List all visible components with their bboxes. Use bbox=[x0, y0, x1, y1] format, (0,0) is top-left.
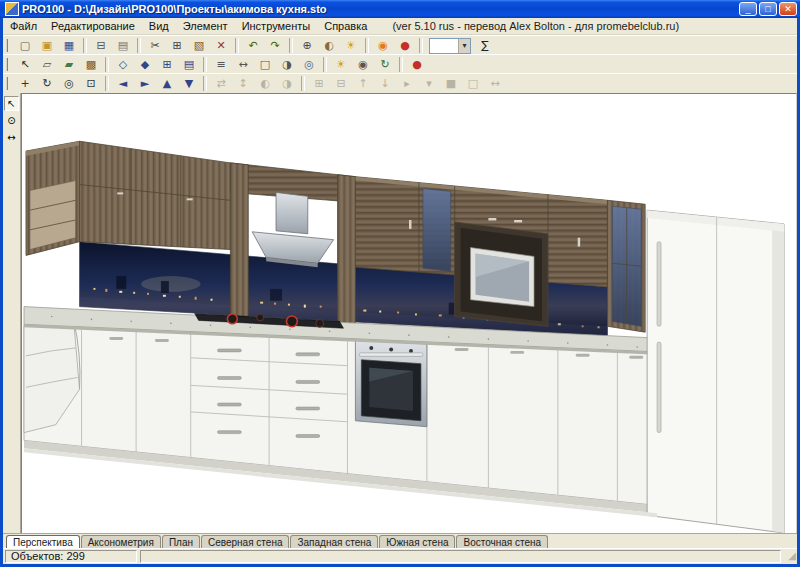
maximize-button[interactable]: □ bbox=[759, 2, 777, 16]
print-button[interactable]: ⊟ bbox=[91, 37, 111, 54]
toolbar-grip[interactable] bbox=[6, 58, 11, 71]
background-button[interactable]: ◎ bbox=[299, 56, 319, 73]
lower-element-button: ↓ bbox=[375, 75, 395, 92]
selection-filter-combo[interactable]: ▾ bbox=[429, 38, 471, 54]
tab-axonometry[interactable]: Аксонометрия bbox=[81, 535, 161, 549]
texture-view-button[interactable]: ▩ bbox=[81, 56, 101, 73]
copy-button[interactable]: ⊞ bbox=[167, 37, 187, 54]
new-file-button[interactable]: ▢ bbox=[15, 37, 35, 54]
pointer-mode-button[interactable]: ↖ bbox=[15, 56, 35, 73]
show-grid-button[interactable]: ≡ bbox=[211, 56, 231, 73]
cut-button[interactable]: ✂ bbox=[145, 37, 165, 54]
open-file-icon: ▣ bbox=[42, 38, 52, 53]
perspective-view-icon: ◇ bbox=[119, 57, 127, 72]
show-edges-button[interactable]: □ bbox=[255, 56, 275, 73]
rotate-tool-button[interactable]: ↻ bbox=[37, 75, 57, 92]
show-shadows-button[interactable]: ◑ bbox=[277, 56, 297, 73]
toolbar-separator bbox=[399, 57, 403, 72]
perspective-view-button[interactable]: ◇ bbox=[113, 56, 133, 73]
menu-help[interactable]: Справка bbox=[317, 19, 374, 33]
menu-file[interactable]: Файл bbox=[3, 19, 44, 33]
resize-grip[interactable]: ◢ bbox=[783, 549, 797, 564]
camera-view-button[interactable]: ◉ bbox=[353, 56, 373, 73]
light-button[interactable]: ☀ bbox=[341, 37, 361, 54]
lower-element-icon: ↓ bbox=[380, 76, 389, 91]
color-view-button[interactable]: ▰ bbox=[59, 56, 79, 73]
show-dimensions-button[interactable]: ↔ bbox=[233, 56, 253, 73]
fit-element-icon: ⊡ bbox=[86, 76, 95, 91]
axonometry-view-button[interactable]: ◆ bbox=[135, 56, 155, 73]
render-draft-button[interactable]: ◉ bbox=[373, 37, 393, 54]
toolbar-separator bbox=[235, 38, 239, 53]
print-icon: ⊟ bbox=[96, 38, 105, 53]
view-tabs: ПерспективаАксонометрияПланСеверная стен… bbox=[6, 535, 549, 549]
select-arrow-tool[interactable]: ↖ bbox=[4, 96, 19, 111]
align-bottom-button[interactable]: ▼ bbox=[179, 75, 199, 92]
measure-tool-button: ↔ bbox=[485, 75, 505, 92]
color-view-icon: ▰ bbox=[65, 57, 73, 72]
menu-edit[interactable]: Редактирование bbox=[44, 19, 142, 33]
center-element-button[interactable]: ◎ bbox=[59, 75, 79, 92]
collision-indicator[interactable]: ● bbox=[407, 56, 427, 73]
align-right-button[interactable]: ► bbox=[135, 75, 155, 92]
redo-button[interactable]: ↷ bbox=[265, 37, 285, 54]
dimension-tool[interactable]: ↔ bbox=[4, 130, 19, 145]
toolbar-separator bbox=[203, 76, 207, 91]
toolbar-separator bbox=[105, 76, 109, 91]
price-sum-button[interactable]: ∑ bbox=[475, 37, 495, 54]
wall-view-button[interactable]: ▤ bbox=[179, 56, 199, 73]
close-button[interactable]: ✕ bbox=[779, 2, 797, 16]
plan-view-button[interactable]: ⊞ bbox=[157, 56, 177, 73]
save-button[interactable]: ▦ bbox=[59, 37, 79, 54]
menu-view[interactable]: Вид bbox=[142, 19, 176, 33]
cut-icon: ✂ bbox=[150, 38, 159, 53]
tab-perspective[interactable]: Перспектива bbox=[6, 535, 80, 549]
left-tool-strip: ↖⊙↔ bbox=[3, 93, 21, 534]
measure-tool-icon: ↔ bbox=[490, 76, 499, 91]
wireframe-view-button[interactable]: ▱ bbox=[37, 56, 57, 73]
materials-button[interactable]: ◐ bbox=[319, 37, 339, 54]
menu-element[interactable]: Элемент bbox=[176, 19, 235, 33]
render-final-icon: ● bbox=[400, 38, 410, 53]
toolbar-separator bbox=[83, 38, 87, 53]
light-icon: ☀ bbox=[346, 38, 356, 53]
render-final-button[interactable]: ● bbox=[395, 37, 415, 54]
left-wall-cabinets bbox=[80, 141, 231, 249]
wall-view-icon: ▤ bbox=[184, 57, 194, 72]
lights-toggle-button[interactable]: ☀ bbox=[331, 56, 351, 73]
open-file-button[interactable]: ▣ bbox=[37, 37, 57, 54]
camera-view-icon: ◉ bbox=[358, 57, 368, 72]
move-tool-button[interactable]: + bbox=[15, 75, 35, 92]
fit-element-button[interactable]: ⊡ bbox=[81, 75, 101, 92]
print-preview-button[interactable]: ▤ bbox=[113, 37, 133, 54]
refresh-view-icon: ↻ bbox=[380, 57, 389, 72]
kitchen-3d-render bbox=[22, 94, 796, 533]
show-grid-icon: ≡ bbox=[216, 57, 225, 72]
minimize-button[interactable]: _ bbox=[739, 2, 757, 16]
wireframe-view-icon: ▱ bbox=[43, 57, 51, 72]
select-arrow-tool-icon: ↖ bbox=[7, 97, 15, 110]
snap-to-wall-button: ▸ bbox=[397, 75, 417, 92]
viewport-3d[interactable] bbox=[21, 93, 797, 534]
zoom-tool[interactable]: ⊙ bbox=[4, 113, 19, 128]
undo-button[interactable]: ↶ bbox=[243, 37, 263, 54]
refresh-view-button[interactable]: ↻ bbox=[375, 56, 395, 73]
tab-east-wall[interactable]: Восточная стена bbox=[456, 535, 548, 549]
align-top-icon: ▲ bbox=[163, 76, 171, 91]
tv-niche bbox=[455, 222, 548, 326]
view-tabs-bar: ПерспективаАксонометрияПланСеверная стен… bbox=[3, 533, 797, 549]
tab-south-wall[interactable]: Южная стена bbox=[379, 535, 455, 549]
window-controls: _ □ ✕ bbox=[739, 2, 797, 16]
tab-plan[interactable]: План bbox=[162, 535, 200, 549]
tab-north-wall[interactable]: Северная стена bbox=[201, 535, 290, 549]
toolbar-grip[interactable] bbox=[6, 39, 11, 52]
snap-to-wall-icon: ▸ bbox=[404, 76, 410, 91]
toolbar-grip[interactable] bbox=[6, 77, 11, 90]
paste-button[interactable]: ▧ bbox=[189, 37, 209, 54]
delete-button[interactable]: ✕ bbox=[211, 37, 231, 54]
tab-west-wall[interactable]: Западная стена bbox=[290, 535, 378, 549]
align-top-button[interactable]: ▲ bbox=[157, 75, 177, 92]
align-left-button[interactable]: ◄ bbox=[113, 75, 133, 92]
menu-tools[interactable]: Инструменты bbox=[235, 19, 318, 33]
insert-element-button[interactable]: ⊕ bbox=[297, 37, 317, 54]
